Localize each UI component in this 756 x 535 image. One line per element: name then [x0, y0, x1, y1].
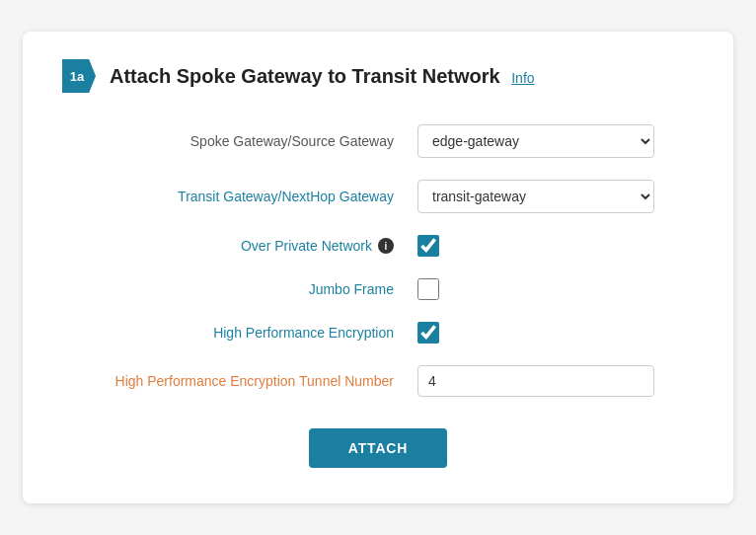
over-private-network-checkbox[interactable]	[417, 235, 439, 257]
hpe-tunnel-row: High Performance Encryption Tunnel Numbe…	[62, 365, 694, 397]
spoke-gateway-row: Spoke Gateway/Source Gateway edge-gatewa…	[62, 124, 694, 158]
over-private-network-label: Over Private Network i	[102, 238, 417, 254]
hpe-label: High Performance Encryption	[102, 325, 417, 341]
over-private-network-row: Over Private Network i	[62, 235, 694, 257]
button-row: ATTACH	[62, 428, 694, 468]
hpe-tunnel-control	[417, 365, 654, 397]
hpe-row: High Performance Encryption	[62, 322, 694, 344]
spoke-gateway-select[interactable]: edge-gateway transit-gateway	[417, 124, 654, 158]
form-container: Spoke Gateway/Source Gateway edge-gatewa…	[62, 124, 694, 397]
hpe-tunnel-label: High Performance Encryption Tunnel Numbe…	[102, 373, 417, 389]
hpe-control	[417, 322, 654, 344]
hpe-checkbox-wrapper	[417, 322, 654, 344]
page-title: Attach Spoke Gateway to Transit Network …	[110, 65, 535, 88]
transit-gateway-control: edge-gateway transit-gateway	[417, 180, 654, 213]
hpe-checkbox[interactable]	[417, 322, 439, 344]
jumbo-frame-label: Jumbo Frame	[102, 281, 417, 297]
jumbo-frame-control	[417, 278, 654, 300]
main-card: 1a Attach Spoke Gateway to Transit Netwo…	[23, 32, 733, 503]
step-badge: 1a	[62, 59, 96, 93]
over-private-network-checkbox-wrapper	[417, 235, 654, 257]
title-text: Attach Spoke Gateway to Transit Network	[110, 65, 505, 87]
over-private-network-control	[417, 235, 654, 257]
transit-gateway-select[interactable]: edge-gateway transit-gateway	[417, 180, 654, 213]
jumbo-frame-row: Jumbo Frame	[62, 278, 694, 300]
spoke-gateway-label: Spoke Gateway/Source Gateway	[102, 133, 417, 149]
page-header: 1a Attach Spoke Gateway to Transit Netwo…	[62, 59, 694, 93]
info-link[interactable]: Info	[511, 70, 534, 86]
attach-button[interactable]: ATTACH	[309, 428, 448, 468]
hpe-tunnel-input[interactable]	[417, 365, 654, 397]
jumbo-frame-checkbox-wrapper	[417, 278, 654, 300]
transit-gateway-row: Transit Gateway/NextHop Gateway edge-gat…	[62, 180, 694, 213]
spoke-gateway-control: edge-gateway transit-gateway	[417, 124, 654, 158]
jumbo-frame-checkbox[interactable]	[417, 278, 439, 300]
transit-gateway-label: Transit Gateway/NextHop Gateway	[102, 189, 417, 204]
info-tooltip-icon: i	[378, 238, 394, 254]
